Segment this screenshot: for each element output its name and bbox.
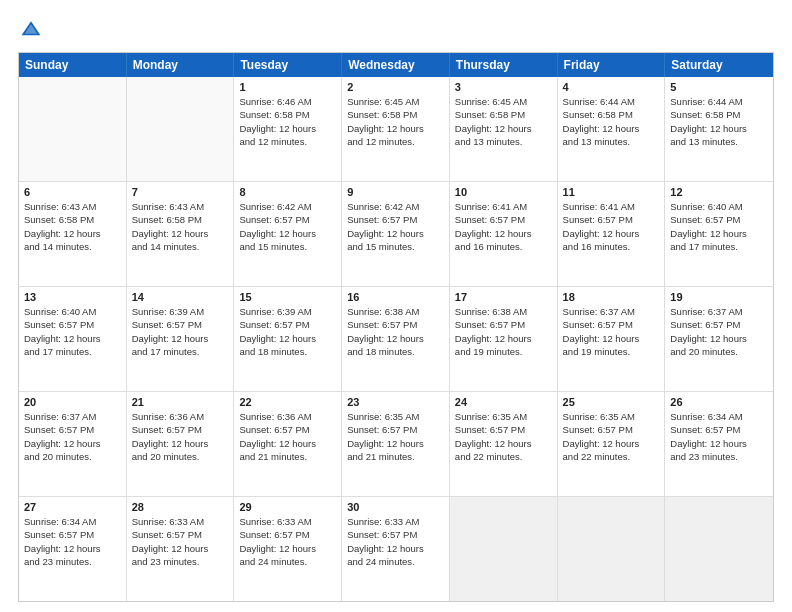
header-day-thursday: Thursday	[450, 53, 558, 77]
cell-line: Sunrise: 6:45 AM	[455, 95, 552, 108]
cell-line: Sunset: 6:57 PM	[347, 213, 444, 226]
cell-line: and 14 minutes.	[132, 240, 229, 253]
cell-line: Sunset: 6:57 PM	[563, 423, 660, 436]
cell-line: and 18 minutes.	[239, 345, 336, 358]
cell-line: Sunrise: 6:40 AM	[670, 200, 768, 213]
cell-line: Sunset: 6:58 PM	[670, 108, 768, 121]
cell-line: Daylight: 12 hours	[239, 542, 336, 555]
cell-line: Daylight: 12 hours	[455, 227, 552, 240]
cell-line: Daylight: 12 hours	[670, 332, 768, 345]
day-number: 7	[132, 186, 229, 198]
calendar-cell-w3-d6: 26Sunrise: 6:34 AMSunset: 6:57 PMDayligh…	[665, 392, 773, 496]
cell-line: Sunset: 6:57 PM	[563, 213, 660, 226]
calendar-cell-w3-d5: 25Sunrise: 6:35 AMSunset: 6:57 PMDayligh…	[558, 392, 666, 496]
day-number: 11	[563, 186, 660, 198]
calendar-cell-w0-d4: 3Sunrise: 6:45 AMSunset: 6:58 PMDaylight…	[450, 77, 558, 181]
calendar-cell-w0-d5: 4Sunrise: 6:44 AMSunset: 6:58 PMDaylight…	[558, 77, 666, 181]
cell-line: Daylight: 12 hours	[132, 332, 229, 345]
cell-line: Sunrise: 6:34 AM	[670, 410, 768, 423]
cell-line: Sunset: 6:57 PM	[563, 318, 660, 331]
cell-line: and 14 minutes.	[24, 240, 121, 253]
cell-line: Sunrise: 6:38 AM	[455, 305, 552, 318]
cell-line: Sunset: 6:57 PM	[24, 423, 121, 436]
cell-line: Sunset: 6:57 PM	[132, 528, 229, 541]
cell-line: and 21 minutes.	[239, 450, 336, 463]
day-number: 25	[563, 396, 660, 408]
cell-line: and 12 minutes.	[239, 135, 336, 148]
cell-line: and 12 minutes.	[347, 135, 444, 148]
cell-line: and 15 minutes.	[347, 240, 444, 253]
calendar-cell-w3-d4: 24Sunrise: 6:35 AMSunset: 6:57 PMDayligh…	[450, 392, 558, 496]
cell-line: Daylight: 12 hours	[239, 332, 336, 345]
page: SundayMondayTuesdayWednesdayThursdayFrid…	[0, 0, 792, 612]
cell-line: Daylight: 12 hours	[347, 542, 444, 555]
calendar-cell-w4-d5	[558, 497, 666, 601]
day-number: 23	[347, 396, 444, 408]
calendar-cell-w4-d3: 30Sunrise: 6:33 AMSunset: 6:57 PMDayligh…	[342, 497, 450, 601]
cell-line: and 13 minutes.	[563, 135, 660, 148]
day-number: 6	[24, 186, 121, 198]
cell-line: and 24 minutes.	[347, 555, 444, 568]
cell-line: Sunrise: 6:41 AM	[455, 200, 552, 213]
cell-line: Daylight: 12 hours	[563, 332, 660, 345]
calendar-cell-w2-d3: 16Sunrise: 6:38 AMSunset: 6:57 PMDayligh…	[342, 287, 450, 391]
calendar-row-1: 1Sunrise: 6:46 AMSunset: 6:58 PMDaylight…	[19, 77, 773, 181]
calendar-cell-w4-d6	[665, 497, 773, 601]
cell-line: Daylight: 12 hours	[132, 437, 229, 450]
cell-line: and 20 minutes.	[670, 345, 768, 358]
calendar-row-5: 27Sunrise: 6:34 AMSunset: 6:57 PMDayligh…	[19, 496, 773, 601]
cell-line: and 15 minutes.	[239, 240, 336, 253]
cell-line: Daylight: 12 hours	[563, 227, 660, 240]
cell-line: Sunset: 6:57 PM	[455, 423, 552, 436]
cell-line: Daylight: 12 hours	[563, 122, 660, 135]
cell-line: Daylight: 12 hours	[132, 542, 229, 555]
cell-line: and 24 minutes.	[239, 555, 336, 568]
calendar-body: 1Sunrise: 6:46 AMSunset: 6:58 PMDaylight…	[19, 77, 773, 601]
cell-line: Sunrise: 6:35 AM	[455, 410, 552, 423]
cell-line: Sunset: 6:57 PM	[347, 423, 444, 436]
day-number: 20	[24, 396, 121, 408]
cell-line: Sunset: 6:57 PM	[239, 528, 336, 541]
cell-line: Sunrise: 6:45 AM	[347, 95, 444, 108]
calendar-cell-w3-d1: 21Sunrise: 6:36 AMSunset: 6:57 PMDayligh…	[127, 392, 235, 496]
cell-line: Sunset: 6:58 PM	[239, 108, 336, 121]
logo-icon	[20, 18, 42, 40]
calendar-cell-w4-d0: 27Sunrise: 6:34 AMSunset: 6:57 PMDayligh…	[19, 497, 127, 601]
cell-line: Sunrise: 6:36 AM	[132, 410, 229, 423]
cell-line: and 16 minutes.	[563, 240, 660, 253]
calendar-header: SundayMondayTuesdayWednesdayThursdayFrid…	[19, 53, 773, 77]
calendar-cell-w2-d2: 15Sunrise: 6:39 AMSunset: 6:57 PMDayligh…	[234, 287, 342, 391]
cell-line: and 20 minutes.	[132, 450, 229, 463]
calendar-cell-w2-d4: 17Sunrise: 6:38 AMSunset: 6:57 PMDayligh…	[450, 287, 558, 391]
cell-line: Sunrise: 6:43 AM	[132, 200, 229, 213]
cell-line: and 19 minutes.	[563, 345, 660, 358]
calendar-cell-w2-d5: 18Sunrise: 6:37 AMSunset: 6:57 PMDayligh…	[558, 287, 666, 391]
cell-line: Sunset: 6:57 PM	[239, 318, 336, 331]
day-number: 15	[239, 291, 336, 303]
calendar-cell-w1-d0: 6Sunrise: 6:43 AMSunset: 6:58 PMDaylight…	[19, 182, 127, 286]
cell-line: and 22 minutes.	[455, 450, 552, 463]
cell-line: and 18 minutes.	[347, 345, 444, 358]
cell-line: Sunrise: 6:44 AM	[563, 95, 660, 108]
cell-line: and 19 minutes.	[455, 345, 552, 358]
header-day-tuesday: Tuesday	[234, 53, 342, 77]
cell-line: Sunset: 6:57 PM	[347, 318, 444, 331]
cell-line: Daylight: 12 hours	[347, 227, 444, 240]
cell-line: Sunset: 6:57 PM	[24, 528, 121, 541]
cell-line: and 17 minutes.	[670, 240, 768, 253]
cell-line: Sunrise: 6:37 AM	[24, 410, 121, 423]
calendar-cell-w2-d6: 19Sunrise: 6:37 AMSunset: 6:57 PMDayligh…	[665, 287, 773, 391]
cell-line: Daylight: 12 hours	[239, 122, 336, 135]
cell-line: Sunset: 6:57 PM	[347, 528, 444, 541]
cell-line: Daylight: 12 hours	[347, 122, 444, 135]
day-number: 28	[132, 501, 229, 513]
cell-line: Sunrise: 6:35 AM	[563, 410, 660, 423]
cell-line: Sunrise: 6:37 AM	[670, 305, 768, 318]
calendar-cell-w3-d2: 22Sunrise: 6:36 AMSunset: 6:57 PMDayligh…	[234, 392, 342, 496]
cell-line: Daylight: 12 hours	[24, 437, 121, 450]
cell-line: Sunrise: 6:33 AM	[132, 515, 229, 528]
cell-line: and 13 minutes.	[670, 135, 768, 148]
calendar-cell-w0-d6: 5Sunrise: 6:44 AMSunset: 6:58 PMDaylight…	[665, 77, 773, 181]
logo-text	[18, 18, 42, 42]
cell-line: Daylight: 12 hours	[24, 332, 121, 345]
